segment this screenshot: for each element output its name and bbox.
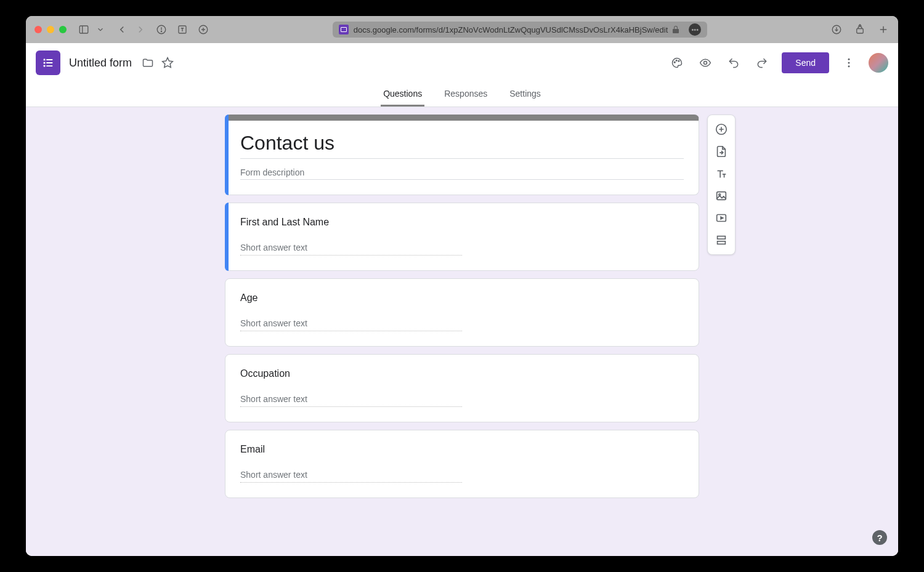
svg-point-30 [848,65,850,67]
new-tab-plus-icon[interactable] [197,23,209,36]
svg-rect-21 [44,65,46,67]
svg-point-25 [676,60,678,61]
svg-rect-18 [46,59,52,60]
svg-marker-23 [163,58,173,68]
form-header-card[interactable]: Contact us Form description [225,115,699,195]
undo-icon[interactable] [725,54,742,71]
import-questions-button[interactable] [710,141,732,162]
svg-rect-40 [718,241,726,244]
lock-icon [673,26,679,33]
answer-placeholder: Short answer text [240,315,462,331]
text-size-icon[interactable] [176,23,188,36]
question-card[interactable]: First and Last Name Short answer text [225,203,699,271]
move-to-folder-icon[interactable] [139,54,156,71]
svg-rect-19 [44,62,46,64]
tab-settings[interactable]: Settings [507,83,543,107]
customize-theme-icon[interactable] [668,54,686,71]
browser-window: docs.google.com/forms/d/1xpZNoVcWodnLtZw… [26,16,898,556]
tab-responses[interactable]: Responses [442,83,490,107]
minimize-window-button[interactable] [47,26,54,33]
send-button[interactable]: Send [782,52,829,73]
svg-rect-35 [717,192,726,200]
answer-placeholder: Short answer text [240,239,462,256]
browser-toolbar: docs.google.com/forms/d/1xpZNoVcWodnLtZw… [26,16,898,43]
svg-rect-0 [79,26,88,33]
close-window-button[interactable] [34,26,42,33]
question-title[interactable]: Age [240,292,684,304]
form-title-input[interactable]: Contact us [240,132,684,159]
help-button[interactable]: ? [872,530,887,545]
question-toolbar [707,115,736,255]
add-video-button[interactable] [710,207,732,228]
window-controls [34,26,67,33]
new-tab-button-icon[interactable] [877,23,890,36]
more-menu-icon[interactable] [840,54,857,71]
site-favicon-icon [339,25,349,34]
add-image-button[interactable] [710,185,732,206]
question-card[interactable]: Occupation Short answer text [225,354,699,422]
svg-rect-39 [718,236,726,240]
editor-tabs: Questions Responses Settings [26,83,898,107]
back-icon[interactable] [116,23,128,36]
form-description-input[interactable]: Form description [240,159,684,180]
add-section-button[interactable] [710,230,732,251]
app-header: Untitled form [26,43,898,107]
maximize-window-button[interactable] [59,26,67,33]
answer-placeholder: Short answer text [240,390,462,407]
forms-logo-icon[interactable] [36,50,60,75]
svg-point-4 [161,31,161,31]
address-bar[interactable]: docs.google.com/forms/d/1xpZNoVcWodnLtZw… [333,22,708,38]
add-title-button[interactable] [710,163,732,184]
star-icon[interactable] [159,54,176,71]
svg-marker-38 [721,217,723,219]
svg-rect-17 [44,59,46,61]
question-title[interactable]: Email [240,444,684,455]
question-title[interactable]: Occupation [240,368,684,379]
tab-questions[interactable]: Questions [381,83,424,107]
answer-placeholder: Short answer text [240,466,462,483]
add-question-button[interactable] [710,119,732,140]
google-forms-app: Untitled form [26,43,898,556]
svg-rect-20 [46,62,52,63]
sidebar-toggle-icon[interactable] [78,23,90,36]
svg-rect-13 [857,29,864,34]
svg-point-27 [704,62,707,65]
downloads-icon[interactable] [830,23,843,36]
svg-point-29 [848,62,850,64]
chevron-down-icon[interactable] [96,23,105,36]
question-card[interactable]: Age Short answer text [225,278,699,347]
svg-point-28 [848,58,850,60]
svg-rect-22 [46,65,52,66]
account-avatar[interactable] [869,53,888,73]
svg-point-26 [678,60,679,62]
svg-point-24 [675,62,676,63]
extension-icon[interactable]: ••• [689,23,701,36]
forward-icon[interactable] [134,23,147,36]
shield-icon[interactable] [155,23,168,36]
question-card[interactable]: Email Short answer text [225,430,699,498]
question-title[interactable]: First and Last Name [240,217,684,228]
share-icon[interactable] [854,23,866,36]
preview-icon[interactable] [697,54,714,71]
document-title[interactable]: Untitled form [69,57,132,70]
form-canvas: Contact us Form description First and La… [26,107,898,556]
url-text: docs.google.com/forms/d/1xpZNoVcWodnLtZw… [354,25,668,34]
redo-icon[interactable] [753,54,771,71]
address-bar-container: docs.google.com/forms/d/1xpZNoVcWodnLtZw… [214,22,825,38]
